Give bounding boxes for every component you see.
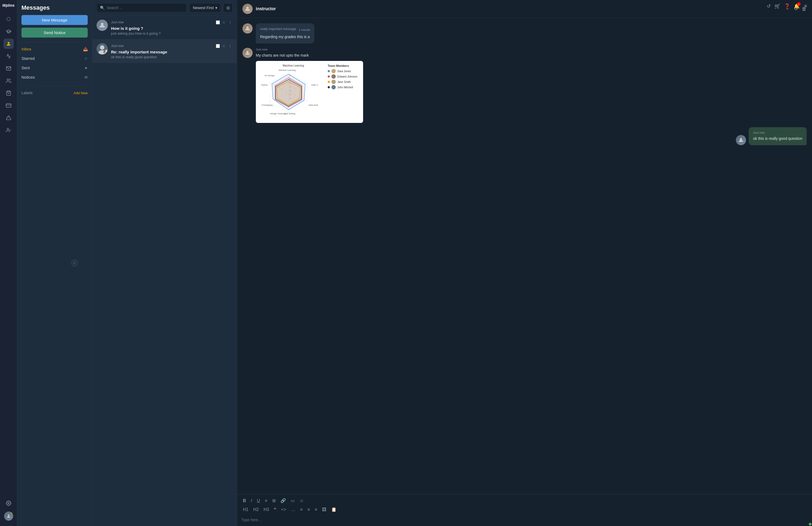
chat-input-area[interactable] — [237, 515, 812, 526]
h2-button[interactable]: H2 — [251, 506, 260, 513]
sidebar-item-learn[interactable] — [3, 26, 14, 37]
sidebar-item-dashboard[interactable]: ⬡ — [3, 14, 14, 24]
svg-point-1 — [809, 523, 811, 525]
refresh-icon[interactable]: ↺ — [767, 3, 771, 9]
message-time: Just now — [111, 44, 124, 48]
svg-text:Machine Learning: Machine Learning — [279, 69, 296, 71]
link-button[interactable]: 🔗 — [279, 497, 288, 504]
bubble-text: Regarding my grades this is a — [260, 34, 310, 40]
h3-button[interactable]: H3 — [262, 506, 271, 513]
align-right-button[interactable]: ≡ — [313, 506, 319, 513]
svg-point-17 — [246, 51, 249, 53]
search-box[interactable]: 🔍 — [97, 3, 187, 12]
collapse-panel-button[interactable]: ‹ — [71, 259, 78, 267]
add-new-label-button[interactable]: Add New — [73, 91, 88, 95]
align-left-button[interactable]: ≡ — [299, 506, 304, 513]
sidebar-settings[interactable] — [3, 498, 14, 508]
cart-icon[interactable]: 🛒 — [774, 3, 780, 9]
sidebar-item-alert[interactable] — [3, 113, 14, 123]
notification-count: 1 — [797, 2, 801, 6]
more-options-button[interactable]: ⋮ — [228, 19, 232, 25]
svg-point-3 — [7, 79, 9, 81]
unordered-list-button[interactable]: ≡ — [263, 497, 269, 504]
message-checkbox[interactable] — [216, 44, 220, 48]
sidebar-item-card[interactable] — [3, 100, 14, 111]
left-panel-header: Messages New Message Send Notice — [17, 0, 92, 42]
send-notice-button[interactable]: Send Notice — [21, 28, 88, 38]
second-avatar-overlay — [103, 49, 108, 55]
message-content: Just now ☆ ⋮ Re: really important messag… — [111, 43, 232, 59]
legend-avatar — [331, 80, 336, 84]
image-button[interactable]: 🖼 — [320, 506, 328, 513]
align-center-button[interactable]: ≡ — [306, 506, 311, 513]
embed-button[interactable]: 📋 — [330, 506, 338, 513]
ellipsis-button[interactable]: … — [289, 506, 297, 513]
message-checkbox[interactable] — [216, 20, 220, 25]
received-message-with-chart: Just now My charts are not upto the mark… — [243, 48, 363, 123]
svg-text:UX Design: UX Design — [264, 74, 275, 77]
message-header: Just now ☆ ⋮ — [111, 19, 232, 25]
svg-text:Python: Python — [261, 84, 268, 86]
sidebar-item-instructor[interactable] — [3, 125, 14, 135]
chat-contact-name: instructor — [256, 6, 276, 11]
blockquote-button[interactable]: ❝ — [272, 506, 278, 513]
search-input[interactable] — [107, 6, 183, 10]
media-button[interactable]: ▭ — [289, 497, 296, 504]
italic-button[interactable]: I — [249, 497, 254, 504]
chart-title: Machine Learning — [259, 64, 328, 67]
help-icon[interactable]: ❓ — [784, 3, 790, 9]
nav-notices[interactable]: Notices ✉ — [17, 72, 92, 82]
new-message-button[interactable]: New Message — [21, 15, 88, 25]
underline-button[interactable]: U — [255, 497, 262, 504]
message-item[interactable]: Just now ☆ ⋮ How is it going ? just aski… — [92, 16, 237, 40]
message-list-header: 🔍 Newest First ▾ ⊞ — [92, 0, 237, 16]
message-item[interactable]: Just now ☆ ⋮ Re: really important messag… — [92, 40, 237, 63]
legend-avatar — [331, 85, 336, 89]
message-bubble-sent: Just now ok this is really good question — [749, 127, 807, 145]
svg-point-9 — [7, 128, 9, 130]
more-options-button[interactable]: ⋮ — [228, 43, 232, 48]
legend-avatar — [331, 74, 336, 79]
message-avatar — [97, 19, 108, 31]
svg-point-12 — [8, 514, 10, 516]
ordered-list-button[interactable]: ⊞ — [271, 497, 277, 504]
theme-icon[interactable]: ☀ — [803, 3, 808, 9]
h1-button[interactable]: H1 — [241, 506, 250, 513]
sender-avatar — [243, 48, 252, 58]
svg-text:A/B Testing: A/B Testing — [285, 112, 295, 115]
avatar-badge — [11, 512, 13, 514]
sidebar-item-shop[interactable] — [3, 88, 14, 98]
sidebar-item-group[interactable] — [3, 76, 14, 86]
sidebar-item-mail[interactable] — [3, 63, 14, 73]
notification-icon[interactable]: 🔔1 — [794, 3, 800, 9]
nav-section: Inbox 📥 Starred ☆ Sent ➤ Notices ✉ — [17, 42, 92, 84]
legend-item: Jane Smith — [328, 80, 360, 84]
legend-color-dot — [328, 70, 330, 72]
star-button[interactable]: ☆ — [221, 19, 226, 25]
nav-starred[interactable]: Starred ☆ — [17, 54, 92, 63]
emoji-button[interactable]: ☺ — [298, 497, 305, 504]
page-title: Messages — [21, 4, 88, 11]
sidebar-item-analytics[interactable] — [3, 51, 14, 61]
sort-dropdown[interactable]: Newest First ▾ — [189, 3, 221, 12]
chat-input[interactable] — [241, 518, 808, 522]
sidebar-item-profile[interactable] — [3, 39, 14, 49]
inbox-icon: 📥 — [83, 47, 88, 51]
bubble-label: really important message — [260, 27, 296, 31]
nav-inbox[interactable]: Inbox 📥 — [17, 44, 92, 54]
legend-item: Edward Johnson — [328, 74, 360, 79]
filter-button[interactable]: ⊞ — [223, 3, 232, 12]
code-button[interactable]: <> — [279, 506, 288, 513]
starred-icon: ☆ — [84, 56, 88, 61]
legend-name: Edward Johnson — [337, 75, 358, 78]
bold-button[interactable]: B — [241, 497, 248, 504]
user-avatar[interactable] — [4, 512, 13, 521]
chat-toolbar: B I U ≡ ⊞ 🔗 ▭ ☺ H1 H2 H3 ❝ <> … ≡ ≡ ≡ 🖼 — [237, 494, 812, 515]
legend-name: Jane Smith — [337, 81, 351, 84]
legend-item: Sara Jones — [328, 69, 360, 73]
svg-point-15 — [246, 7, 249, 9]
star-button[interactable]: ☆ — [221, 43, 226, 48]
chart-title-area: Machine Learning Machine Learning Data V… — [259, 64, 360, 117]
nav-sent[interactable]: Sent ➤ — [17, 63, 92, 72]
svg-text:6: 6 — [289, 79, 290, 80]
